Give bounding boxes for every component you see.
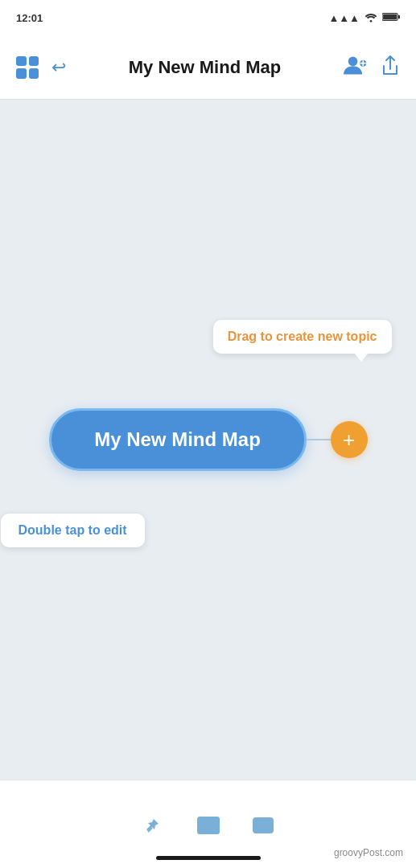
pin-icon[interactable] [142, 814, 165, 837]
edit-tooltip: Double tap to edit [1, 514, 145, 547]
drag-tooltip: Drag to create new topic [213, 320, 392, 354]
home-indicator [156, 856, 261, 860]
menu-icon[interactable] [252, 814, 274, 837]
canvas: Drag to create new topic My New Mind Map… [0, 100, 416, 780]
header: ↩ My New Mind Map [0, 35, 416, 100]
svg-point-4 [348, 56, 358, 66]
add-person-icon[interactable] [344, 54, 368, 81]
header-right [344, 54, 400, 81]
grid-icon[interactable] [16, 56, 39, 79]
status-icons: ▲▲▲ [328, 11, 400, 25]
signal-icon: ▲▲▲ [328, 12, 360, 24]
svg-rect-3 [398, 14, 400, 18]
undo-icon[interactable]: ↩ [51, 59, 66, 76]
share-icon[interactable] [381, 55, 400, 80]
main-node-text: My New Mind Map [94, 428, 261, 451]
status-bar: 12:01 ▲▲▲ [0, 0, 416, 35]
svg-rect-11 [253, 818, 273, 833]
toolbar: groovyPost.com [0, 780, 416, 868]
header-left: ↩ [16, 56, 66, 79]
header-title: My New Mind Map [66, 57, 344, 78]
add-topic-button[interactable]: + [331, 421, 368, 458]
status-time: 12:01 [16, 12, 43, 24]
battery-icon [382, 12, 400, 24]
toolbar-icons [142, 780, 274, 856]
mind-map-area: Drag to create new topic My New Mind Map… [49, 408, 368, 471]
plus-icon: + [343, 429, 355, 450]
connector-line [307, 439, 331, 440]
wifi-icon [365, 11, 377, 25]
svg-point-0 [370, 20, 373, 23]
image-icon[interactable] [197, 814, 220, 837]
watermark: groovyPost.com [334, 847, 403, 858]
node-group: My New Mind Map + [49, 408, 368, 471]
main-node[interactable]: My New Mind Map [49, 408, 307, 471]
svg-rect-2 [383, 14, 397, 19]
